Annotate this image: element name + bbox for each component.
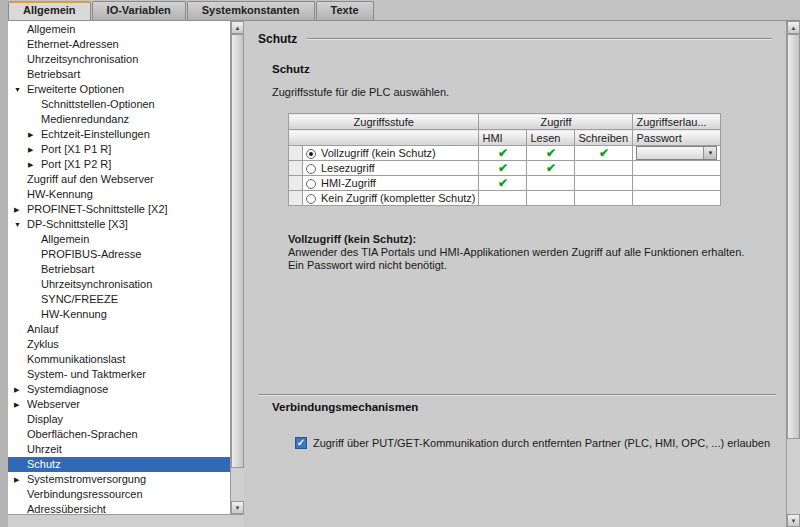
tree-item-label: Uhrzeit	[27, 443, 62, 455]
content-scroll-thumb[interactable]	[787, 34, 800, 439]
scroll-down-icon[interactable]: ▼	[787, 514, 800, 527]
tree-item-ethernet-adressen[interactable]: Ethernet-Adressen	[8, 37, 230, 52]
tree-item-kommunikationslast[interactable]: Kommunikationslast	[8, 352, 230, 367]
tab-systemkonstanten[interactable]: Systemkonstanten	[187, 1, 315, 20]
description-block: Vollzugriff (kein Schutz): Anwender des …	[288, 233, 772, 272]
scroll-down-icon[interactable]: ▼	[231, 501, 244, 514]
tree-item-label: Betriebsart	[27, 68, 80, 80]
tree-item-sync-freeze[interactable]: SYNC/FREEZE	[8, 292, 230, 307]
tree-item-label: Echtzeit-Einstellungen	[41, 128, 150, 140]
radio-button[interactable]	[306, 179, 316, 189]
tree-item-label: Systemdiagnose	[27, 383, 108, 395]
password-cell	[633, 176, 721, 191]
row-select-cell[interactable]	[289, 191, 303, 206]
tree-item-system-und-taktmerker[interactable]: System- und Taktmerker	[8, 367, 230, 382]
tree-item-uhrzeitsynchronisation[interactable]: Uhrzeitsynchronisation	[8, 277, 230, 292]
tree-item-schnittstellen-optionen[interactable]: Schnittstellen-Optionen	[8, 97, 230, 112]
tree-item-anlauf[interactable]: Anlauf	[8, 322, 230, 337]
tree-item-betriebsart[interactable]: Betriebsart	[8, 262, 230, 277]
tree-item-port-x1-p2-r[interactable]: ▶Port [X1 P2 R]	[8, 157, 230, 172]
tree-item-hw-kennung[interactable]: HW-Kennung	[8, 307, 230, 322]
chevron-right-icon[interactable]: ▶	[14, 202, 27, 217]
tree-item-echtzeit-einstellungen[interactable]: ▶Echtzeit-Einstellungen	[8, 127, 230, 142]
tree-item-label: Zyklus	[27, 338, 59, 350]
radio-button[interactable]	[306, 164, 316, 174]
tree-scrollbar[interactable]: ▲ ▼	[230, 21, 244, 514]
row-select-cell[interactable]	[289, 161, 303, 176]
scroll-up-icon[interactable]: ▲	[231, 21, 244, 34]
scroll-up-icon[interactable]: ▲	[787, 21, 800, 34]
access-level-cell: HMI-Zugriff	[303, 176, 479, 191]
tree-item-zyklus[interactable]: Zyklus	[8, 337, 230, 352]
chevron-right-icon[interactable]: ▶	[28, 127, 41, 142]
tree-item-verbindungsressourcen[interactable]: Verbindungsressourcen	[8, 487, 230, 502]
check-icon: ✔	[498, 176, 508, 190]
tree-item-betriebsart[interactable]: Betriebsart	[8, 67, 230, 82]
row-select-cell[interactable]	[289, 146, 303, 161]
access-level-cell: Lesezugriff	[303, 161, 479, 176]
chevron-right-icon[interactable]: ▶	[28, 157, 41, 172]
tree-item-systemstromversorgung[interactable]: ▶Systemstromversorgung	[8, 472, 230, 487]
tree-item-label: Kommunikationslast	[27, 353, 125, 365]
section-title: Schutz	[272, 63, 772, 75]
access-level-label: Vollzugriff (kein Schutz)	[321, 147, 436, 159]
password-cell: ▼	[633, 146, 721, 161]
putget-checkbox[interactable]: ✓	[295, 437, 307, 449]
row-select-cell[interactable]	[289, 176, 303, 191]
tree-item-display[interactable]: Display	[8, 412, 230, 427]
access-table-body: Vollzugriff (kein Schutz)✔✔✔▼Lesezugriff…	[289, 146, 721, 206]
tree-item-label: Allgemein	[41, 233, 89, 245]
tree-scroll-thumb[interactable]	[231, 34, 244, 468]
header-rule	[307, 38, 772, 40]
tree-item-adress-bersicht[interactable]: Adressübersicht	[8, 502, 230, 514]
tree-item-oberfl-chen-sprachen[interactable]: Oberflächen-Sprachen	[8, 427, 230, 442]
tree-item-label: System- und Taktmerker	[27, 368, 146, 380]
tree-item-label: SYNC/FREEZE	[41, 293, 118, 305]
tree-item-profibus-adresse[interactable]: PROFIBUS-Adresse	[8, 247, 230, 262]
check-icon: ✓	[297, 438, 305, 448]
access-check-cell: ✔	[575, 146, 633, 161]
access-check-cell	[575, 191, 633, 206]
tree-item-uhrzeitsynchronisation[interactable]: Uhrzeitsynchronisation	[8, 52, 230, 67]
tree-item-medienredundanz[interactable]: Medienredundanz	[8, 112, 230, 127]
col-header-zugriffsstufe: Zugriffsstufe	[289, 114, 479, 130]
col-header-zugriff: Zugriff	[479, 114, 633, 130]
tree-scroll-track[interactable]	[231, 468, 244, 501]
tree-bottom-strip	[8, 514, 244, 527]
check-icon: ✔	[599, 146, 609, 160]
tree-item-allgemein[interactable]: Allgemein	[8, 232, 230, 247]
password-dropdown[interactable]: ▼	[636, 146, 717, 160]
subheader-schreiben: Schreiben	[575, 130, 633, 146]
radio-button[interactable]	[306, 194, 316, 204]
chevron-right-icon[interactable]: ▶	[28, 142, 41, 157]
tree-item-label: Ethernet-Adressen	[27, 38, 119, 50]
table-header-row: Zugriffsstufe Zugriff Zugriffserlau...	[289, 114, 721, 130]
chevron-right-icon[interactable]: ▶	[14, 472, 27, 487]
chevron-right-icon[interactable]: ▶	[14, 382, 27, 397]
tree-item-schutz[interactable]: Schutz	[8, 457, 230, 472]
tab-texte[interactable]: Texte	[316, 1, 374, 20]
chevron-down-icon: ▼	[703, 147, 716, 159]
tree-item-zugriff-auf-den-webserver[interactable]: Zugriff auf den Webserver	[8, 172, 230, 187]
tree-item-profinet-schnittstelle-x2[interactable]: ▶PROFINET-Schnittstelle [X2]	[8, 202, 230, 217]
chevron-right-icon[interactable]: ▶	[14, 397, 27, 412]
tree-item-erweiterte-optionen[interactable]: ▼Erweiterte Optionen	[8, 82, 230, 97]
subheader-hmi: HMI	[479, 130, 527, 146]
description-line-2: Ein Passwort wird nicht benötigt.	[288, 259, 772, 272]
tree-item-systemdiagnose[interactable]: ▶Systemdiagnose	[8, 382, 230, 397]
tab-allgemein[interactable]: Allgemein	[8, 1, 91, 20]
tree-item-webserver[interactable]: ▶Webserver	[8, 397, 230, 412]
tab-io-variablen[interactable]: IO-Variablen	[92, 1, 186, 20]
chevron-down-icon[interactable]: ▼	[14, 82, 27, 97]
tree-item-allgemein[interactable]: Allgemein	[8, 22, 230, 37]
content-scroll-track[interactable]	[787, 439, 800, 514]
chevron-down-icon[interactable]: ▼	[14, 217, 27, 232]
tree-item-dp-schnittstelle-x3[interactable]: ▼DP-Schnittstelle [X3]	[8, 217, 230, 232]
tree-item-hw-kennung[interactable]: HW-Kennung	[8, 187, 230, 202]
putget-row: ✓ Zugriff über PUT/GET-Kommunikation dur…	[258, 437, 772, 449]
tree-item-port-x1-p1-r[interactable]: ▶Port [X1 P1 R]	[8, 142, 230, 157]
content-scrollbar[interactable]: ▲ ▼	[786, 21, 800, 527]
tree-item-uhrzeit[interactable]: Uhrzeit	[8, 442, 230, 457]
left-pane: AllgemeinEthernet-AdressenUhrzeitsynchro…	[8, 21, 244, 527]
radio-button[interactable]	[306, 149, 316, 159]
